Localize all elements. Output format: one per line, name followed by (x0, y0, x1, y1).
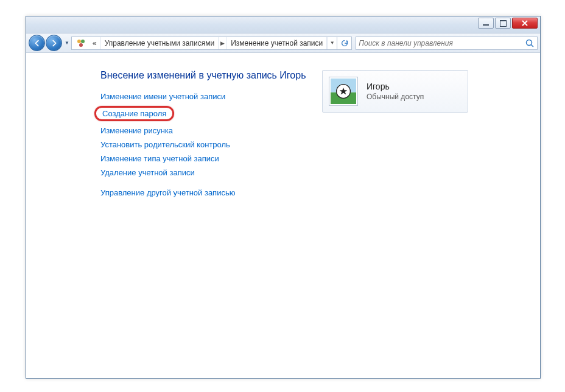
control-panel-window: ▼ « Управление учетными записями ▶ Измен… (26, 16, 541, 379)
user-avatar (329, 77, 358, 106)
page-heading: Внесение изменений в учетную запись Игор… (100, 70, 307, 81)
svg-line-4 (532, 44, 534, 47)
titlebar (26, 16, 540, 33)
svg-point-3 (527, 40, 532, 45)
breadcrumb-seg-accounts[interactable]: Управление учетными записями (101, 37, 219, 49)
search-icon[interactable] (525, 38, 535, 48)
close-button[interactable] (512, 18, 538, 29)
refresh-button[interactable] (337, 37, 352, 50)
control-panel-icon (75, 38, 86, 49)
user-column: Игорь Обычный доступ (322, 70, 468, 197)
link-create-password[interactable]: Создание пароля (94, 106, 174, 121)
link-rename-account[interactable]: Изменение имени учетной записи (100, 92, 225, 101)
user-tile[interactable]: Игорь Обычный доступ (322, 70, 468, 113)
nav-forward-button[interactable] (46, 35, 62, 51)
svg-point-2 (79, 43, 83, 47)
breadcrumb-arrow-icon[interactable]: ▶ (219, 37, 227, 49)
action-link-list: Изменение имени учетной записи Создание … (100, 92, 307, 197)
address-breadcrumb[interactable]: « Управление учетными записями ▶ Изменен… (71, 37, 337, 50)
link-delete-account[interactable]: Удаление учетной записи (100, 168, 195, 177)
navigation-bar: ▼ « Управление учетными записями ▶ Измен… (26, 33, 540, 53)
link-manage-other-account[interactable]: Управление другой учетной записью (100, 188, 235, 197)
link-parental-controls[interactable]: Установить родительский контроль (100, 140, 230, 149)
user-name: Игорь (367, 82, 424, 91)
maximize-button[interactable] (495, 18, 511, 29)
breadcrumb-dropdown-icon[interactable]: ▼ (327, 37, 337, 49)
nav-history-dropdown[interactable]: ▼ (63, 37, 71, 49)
user-account-type: Обычный доступ (367, 93, 424, 101)
breadcrumb-chevrons[interactable]: « (89, 37, 101, 49)
user-info: Игорь Обычный доступ (367, 82, 424, 101)
link-change-account-type[interactable]: Изменение типа учетной записи (100, 154, 219, 163)
actions-column: Внесение изменений в учетную запись Игор… (100, 70, 307, 197)
svg-point-0 (77, 40, 81, 43)
search-input[interactable] (359, 39, 525, 47)
link-change-picture[interactable]: Изменение рисунка (100, 126, 173, 135)
minimize-button[interactable] (478, 18, 494, 29)
nav-back-button[interactable] (29, 35, 45, 51)
content-area: Внесение изменений в учетную запись Игор… (26, 53, 540, 209)
breadcrumb-seg-change[interactable]: Изменение учетной записи (227, 37, 327, 49)
search-box[interactable] (356, 37, 538, 50)
svg-point-1 (81, 40, 85, 43)
